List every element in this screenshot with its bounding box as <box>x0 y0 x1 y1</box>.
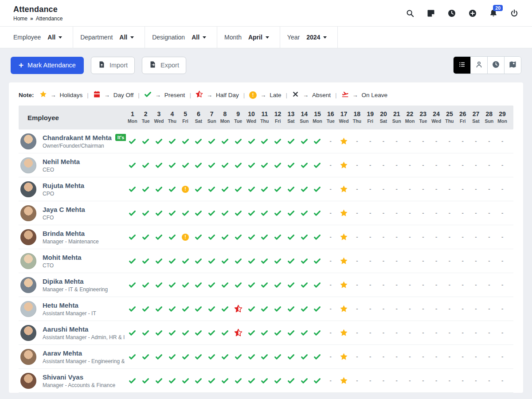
employee-name[interactable]: Dipika Mehta <box>43 278 84 285</box>
avatar[interactable] <box>20 229 36 245</box>
day-of-week: Thu <box>443 118 456 125</box>
filter-year-dropdown[interactable]: Year2024 <box>280 27 338 48</box>
power-icon[interactable] <box>510 9 519 18</box>
filter-department-dropdown[interactable]: DepartmentAll <box>73 27 145 48</box>
person-view-button[interactable] <box>470 57 487 74</box>
mark-present <box>165 376 179 385</box>
mark-no-record: - <box>482 376 496 385</box>
day-header: 21Sun <box>390 110 403 124</box>
import-button[interactable]: Import <box>91 57 135 74</box>
mark-present <box>245 137 258 145</box>
mark-present <box>139 185 153 193</box>
mark-no-record: - <box>416 209 430 217</box>
employee-name[interactable]: Jaya C Mehta <box>43 206 85 213</box>
mark-no-record: - <box>430 329 443 337</box>
mark-present <box>271 137 285 145</box>
mark-present <box>311 185 324 193</box>
avatar[interactable] <box>20 133 36 149</box>
avatar[interactable] <box>20 373 36 389</box>
employee-cell: Mohit MehtaCTO <box>19 253 126 269</box>
mark-no-record: - <box>496 209 509 217</box>
top-header: Attendance Home » Attendance 20 <box>0 0 532 27</box>
mark-present <box>165 137 179 145</box>
employee-designation: Manager - Accounts & Finance <box>43 382 115 388</box>
avatar[interactable] <box>20 181 36 197</box>
employee-name[interactable]: Aarushi Mehta <box>43 325 88 333</box>
mark-no-record: - <box>350 329 364 337</box>
mark-present <box>139 281 153 289</box>
avatar[interactable] <box>20 349 36 365</box>
filter-designation-dropdown[interactable]: DesignationAll <box>145 27 217 48</box>
mark-no-record: - <box>403 185 417 193</box>
day-header: 14Sun <box>297 110 311 124</box>
mark-no-record: - <box>430 305 443 313</box>
day-column-headers: 1Mon2Tue3Wed4Thu5Fri6Sat7Sun8Mon9Tue10We… <box>126 110 513 124</box>
employee-name[interactable]: Aarav Mehta <box>43 349 82 357</box>
clock-icon[interactable] <box>447 9 456 18</box>
employee-name[interactable]: Shivani Vyas <box>43 373 83 381</box>
avatar[interactable] <box>20 301 36 317</box>
mark-present <box>219 281 232 289</box>
mark-no-record: - <box>482 281 496 289</box>
search-icon[interactable] <box>406 9 415 18</box>
avatar[interactable] <box>20 253 36 269</box>
mark-no-record: - <box>430 185 443 193</box>
mark-no-record: - <box>403 161 417 169</box>
list-view-button[interactable] <box>454 57 470 74</box>
avatar[interactable] <box>20 157 36 173</box>
breadcrumb-home[interactable]: Home <box>13 16 27 22</box>
mark-present <box>271 185 285 193</box>
add-circle-icon[interactable] <box>468 9 477 18</box>
mark-present <box>165 352 179 361</box>
employee-cell: Nehil MehtaCEO <box>19 157 126 173</box>
note-icon[interactable] <box>426 9 435 18</box>
employee-name[interactable]: Nehil Mehta <box>43 158 80 165</box>
mark-no-record: - <box>364 257 377 265</box>
mark-no-record: - <box>456 352 469 361</box>
employee-name[interactable]: Rujuta Mehta <box>43 182 84 189</box>
mark-attendance-button[interactable]: + Mark Attendance <box>11 57 84 74</box>
filter-month-dropdown[interactable]: MonthApril <box>217 27 280 48</box>
day-header: 26Fri <box>456 110 469 124</box>
mark-no-record: - <box>377 329 390 337</box>
map-view-button[interactable] <box>504 57 521 74</box>
export-button[interactable]: Export <box>142 57 186 74</box>
attendance-table: Employee 1Mon2Tue3Wed4Thu5Fri6Sat7Sun8Mo… <box>19 106 513 393</box>
avatar[interactable] <box>20 325 36 341</box>
mark-no-record: - <box>377 233 390 241</box>
mark-holiday <box>337 329 351 337</box>
attendance-marks: ------------- <box>126 305 513 313</box>
mark-no-record: - <box>390 352 403 361</box>
legend-separator: | <box>189 92 191 98</box>
employee-name[interactable]: Hetu Mehta <box>43 301 78 309</box>
notifications-bell-icon[interactable]: 20 <box>489 9 498 18</box>
mark-present <box>231 257 245 265</box>
filter-employee-dropdown[interactable]: EmployeeAll <box>6 27 73 48</box>
mark-no-record: - <box>377 161 390 169</box>
attendance-marks: !------------- <box>126 233 513 241</box>
time-view-button[interactable] <box>487 57 504 74</box>
employee-designation: Assistant Manager - IT <box>43 310 96 317</box>
table-body: Chandrakant M MehtaIt'sOwner/Founder/Cha… <box>19 129 513 393</box>
mark-present <box>311 352 324 361</box>
mark-present <box>271 209 285 217</box>
mark-no-record: - <box>482 161 496 169</box>
mark-present <box>219 233 232 241</box>
employee-name[interactable]: Mohit Mehta <box>43 254 82 261</box>
attendance-marks: ------------- <box>126 209 513 217</box>
mark-no-record: - <box>350 209 364 217</box>
mark-no-record: - <box>350 161 364 169</box>
mark-no-record: - <box>416 281 430 289</box>
attendance-marks: ------------- <box>126 161 513 169</box>
mark-no-record: - <box>496 305 509 313</box>
day-header: 1Mon <box>126 110 139 124</box>
mark-present <box>205 137 219 145</box>
mark-present <box>245 376 258 385</box>
employee-name[interactable]: Brinda Mehta <box>43 230 85 237</box>
mark-no-record: - <box>377 209 390 217</box>
mark-no-record: - <box>443 137 456 145</box>
employee-name[interactable]: Chandrakant M Mehta <box>43 134 112 141</box>
mark-no-record: - <box>377 185 390 193</box>
avatar[interactable] <box>20 205 36 221</box>
avatar[interactable] <box>20 277 36 293</box>
